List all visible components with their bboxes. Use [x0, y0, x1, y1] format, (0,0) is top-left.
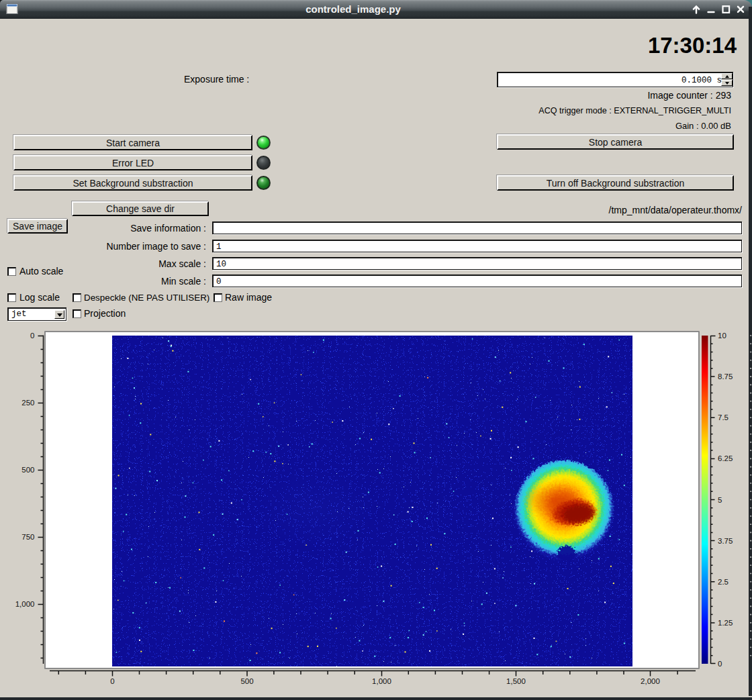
svg-text:1,000: 1,000: [15, 600, 35, 608]
svg-text:1,500: 1,500: [506, 677, 526, 685]
svg-text:8.75: 8.75: [718, 372, 733, 381]
svg-text:3.75: 3.75: [718, 537, 733, 545]
svg-text:500: 500: [240, 677, 253, 685]
svg-text:0: 0: [30, 332, 34, 340]
svg-text:2,000: 2,000: [641, 677, 660, 685]
svg-text:1,000: 1,000: [372, 677, 391, 685]
svg-text:250: 250: [21, 399, 34, 407]
svg-text:0: 0: [110, 677, 114, 685]
svg-text:500: 500: [21, 466, 34, 474]
svg-text:10: 10: [718, 332, 726, 340]
svg-text:0: 0: [718, 660, 722, 668]
svg-text:750: 750: [21, 533, 34, 541]
svg-text:5: 5: [718, 496, 722, 504]
svg-text:6.25: 6.25: [718, 454, 733, 462]
svg-text:1.25: 1.25: [718, 619, 733, 627]
svg-text:7.5: 7.5: [718, 413, 728, 421]
svg-text:2.5: 2.5: [718, 578, 728, 586]
